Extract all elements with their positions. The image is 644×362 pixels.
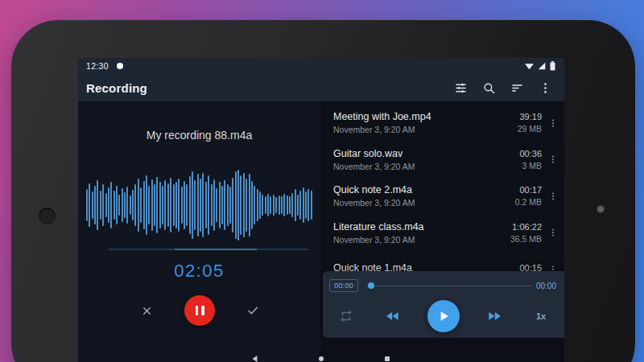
- playback-speed-button[interactable]: 1x: [529, 311, 553, 321]
- recording-notification-icon: [117, 63, 123, 69]
- tablet-device: 12:30 Recording: [11, 20, 635, 362]
- play-button[interactable]: [427, 300, 460, 332]
- pause-icon: [196, 306, 204, 315]
- sort-icon[interactable]: [509, 80, 525, 96]
- recents-button[interactable]: [382, 353, 393, 362]
- recording-title: Literature class.m4a: [333, 221, 510, 232]
- recording-timer: 02:05: [78, 261, 320, 282]
- fast-forward-button[interactable]: [482, 304, 506, 328]
- home-icon: [316, 354, 326, 362]
- item-more-vert-icon[interactable]: [547, 150, 559, 169]
- close-icon: [141, 305, 153, 317]
- recording-date: November 3, 9:20 AM: [333, 198, 515, 208]
- recording-date: November 3, 9:20 AM: [333, 162, 519, 171]
- recording-size: 29 MB: [518, 124, 542, 134]
- page-title: Recording: [86, 81, 147, 95]
- seek-track: [366, 286, 531, 287]
- navigation-bar: [78, 352, 564, 362]
- recording-title: Meeting with Joe.mp4: [333, 111, 518, 122]
- recorder-pane: My recording 88.m4a 02:05: [78, 101, 320, 362]
- recording-date: November 3, 9:20 AM: [333, 235, 510, 245]
- recording-duration: 1:06:22: [510, 222, 542, 232]
- recording-date: November 3, 9:20 AM: [333, 125, 518, 134]
- remaining-time: 00:00: [536, 282, 556, 290]
- list-item[interactable]: Literature class.m4a November 3, 9:20 AM…: [333, 215, 559, 252]
- recording-duration: 39:19: [518, 112, 542, 121]
- seek-slider[interactable]: [366, 282, 531, 290]
- recording-size: 36.5 MB: [510, 234, 542, 244]
- discard-recording-button[interactable]: [135, 299, 158, 322]
- home-button[interactable]: [316, 353, 327, 362]
- status-time: 12:30: [86, 61, 109, 71]
- list-item[interactable]: Guitar solo.wav November 3, 9:20 AM 00:3…: [333, 142, 559, 179]
- waveform-progress-line: [109, 249, 308, 250]
- wifi-icon: [524, 61, 535, 71]
- recording-duration: 00:36: [519, 149, 542, 158]
- back-button[interactable]: [250, 353, 261, 362]
- elapsed-time-chip: 00:00: [329, 279, 358, 292]
- playback-panel: 00:00 00:00: [323, 271, 564, 338]
- front-camera: [39, 208, 56, 224]
- recording-duration: 00:17: [515, 185, 542, 195]
- more-vert-icon[interactable]: [537, 80, 553, 96]
- search-icon[interactable]: [481, 80, 497, 96]
- check-icon: [246, 304, 259, 317]
- item-more-vert-icon[interactable]: [547, 223, 559, 242]
- recordings-list: Meeting with Joe.mp4 November 3, 9:20 AM…: [320, 101, 564, 288]
- save-recording-button[interactable]: [242, 299, 264, 322]
- list-item[interactable]: Meeting with Joe.mp4 November 3, 9:20 AM…: [333, 105, 559, 142]
- battery-icon: [549, 61, 556, 71]
- recorder-controls: [78, 294, 320, 327]
- recordings-pane: Meeting with Joe.mp4 November 3, 9:20 AM…: [320, 101, 564, 362]
- app-bar: Recording: [78, 74, 564, 101]
- recording-size: 3 MB: [519, 161, 542, 171]
- recents-icon: [382, 354, 392, 362]
- content-area: My recording 88.m4a 02:05: [78, 101, 564, 362]
- device-screen: 12:30 Recording: [78, 58, 564, 362]
- item-more-vert-icon[interactable]: [547, 113, 559, 133]
- camera-dot: [597, 206, 604, 212]
- play-icon: [436, 308, 452, 324]
- fast-forward-icon: [486, 308, 502, 324]
- tune-icon[interactable]: [452, 80, 469, 96]
- rewind-button[interactable]: [381, 304, 405, 328]
- seek-thumb[interactable]: [368, 282, 374, 289]
- back-icon: [250, 354, 260, 362]
- pause-recording-button[interactable]: [184, 295, 215, 326]
- list-item[interactable]: Quick note 2.m4a November 3, 9:20 AM 00:…: [333, 178, 559, 215]
- recording-title: Quick note 2.m4a: [333, 184, 515, 195]
- status-bar: 12:30: [78, 58, 564, 74]
- rewind-icon: [385, 308, 401, 324]
- repeat-button[interactable]: [334, 304, 358, 328]
- recording-title: Guitar solo.wav: [333, 148, 519, 159]
- repeat-icon: [339, 309, 353, 323]
- cellular-icon: [537, 61, 547, 71]
- item-more-vert-icon[interactable]: [547, 187, 559, 206]
- recording-size: 0.2 MB: [515, 197, 542, 207]
- recording-filename: My recording 88.m4a: [78, 129, 320, 142]
- waveform-visualization: [86, 170, 312, 241]
